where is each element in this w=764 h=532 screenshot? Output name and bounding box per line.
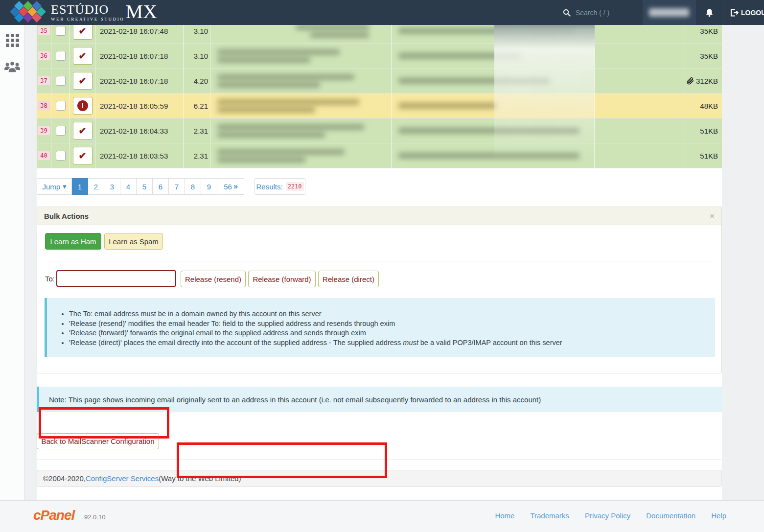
release-resend-button[interactable]: Release (resend) — [181, 271, 246, 287]
footer-link-trademarks[interactable]: Trademarks — [530, 511, 569, 520]
bell-icon — [705, 8, 714, 17]
back-to-mailscanner-button[interactable]: Back to MailScanner Configuration — [37, 433, 159, 449]
row-checkbox[interactable] — [56, 151, 66, 161]
release-forward-button[interactable]: Release (forward) — [248, 271, 316, 287]
subject-cell-redacted — [392, 93, 595, 118]
score-cell: 2.31 — [184, 118, 210, 143]
brand-logo[interactable]: ESTÚDIO WEB CREATIVE STUDIO MX — [11, 1, 157, 23]
check-icon: ✔ — [79, 76, 87, 86]
row-checkbox[interactable] — [56, 126, 66, 136]
status-button[interactable]: ! — [73, 97, 93, 115]
page-button-5[interactable]: 5 — [137, 178, 153, 195]
check-icon: ✔ — [79, 151, 87, 161]
page-note: Note: This page shows incoming email ori… — [37, 387, 722, 412]
page-button-1[interactable]: 1 — [72, 178, 88, 195]
table-row: 37 ✔ 2021-02-18 16:07:18 4.20 312KB — [37, 69, 722, 93]
notifications-button[interactable] — [695, 0, 723, 25]
footer-link-home[interactable]: Home — [495, 511, 514, 520]
page-button-3[interactable]: 3 — [104, 178, 120, 195]
page-button-7[interactable]: 7 — [169, 178, 185, 195]
row-checkbox[interactable] — [56, 51, 66, 61]
recipient-cell — [595, 44, 685, 68]
last-page-label: 56 — [224, 183, 232, 191]
row-checkbox[interactable] — [56, 26, 66, 36]
to-input[interactable] — [56, 270, 176, 287]
user-menu[interactable] — [643, 0, 695, 25]
subject-cell-redacted — [392, 118, 595, 143]
release-info-box: The To: email address must be in a domai… — [45, 298, 715, 357]
table-row-flagged: 38 ! 2021-02-18 16:05:59 6.21 48KB — [37, 93, 722, 118]
jump-dropdown[interactable]: Jump ▾ — [37, 178, 72, 195]
release-direct-button[interactable]: Release (direct) — [318, 271, 379, 287]
score-cell: 4.20 — [184, 69, 210, 93]
copyright-prefix: ©2004-2020, — [43, 474, 86, 483]
sidebar-item-users[interactable] — [0, 55, 24, 78]
size-cell: 48KB — [685, 93, 721, 118]
page-button-4[interactable]: 4 — [120, 178, 137, 195]
caret-down-icon: ▾ — [63, 182, 67, 191]
date-cell: 2021-02-18 16:03:53 — [95, 143, 184, 168]
pagination: Jump ▾ 1 2 3 4 5 6 7 8 9 56 » Results: 2… — [37, 178, 305, 195]
logout-button[interactable]: LOGOUT — [723, 0, 764, 25]
panel-title: Bulk Actions — [44, 212, 89, 220]
info-item: 'Release (forward)' forwards the origina… — [69, 329, 705, 337]
brand-logo-icon — [11, 1, 46, 23]
size-cell: 51KB — [685, 118, 721, 143]
brand-title: ESTÚDIO — [51, 3, 124, 17]
page-button-9[interactable]: 9 — [201, 178, 217, 195]
cpanel-logo: cPanel — [33, 508, 74, 523]
score-cell: 2.31 — [184, 143, 210, 168]
quarantine-table: 35 ✔ 2021-02-18 16:07:48 3.10 35KB 36 ✔ … — [37, 19, 722, 168]
configserver-link[interactable]: ConfigServer Services — [86, 474, 159, 483]
size-cell: 35KB — [685, 44, 721, 68]
page: ESTÚDIO WEB CREATIVE STUDIO MX LOGOUT — [0, 0, 764, 532]
status-button[interactable]: ✔ — [73, 72, 93, 90]
subject-cell-redacted — [392, 143, 595, 168]
date-cell: 2021-02-18 16:05:59 — [95, 93, 184, 118]
footer-link-documentation[interactable]: Documentation — [646, 511, 695, 520]
check-icon: ✔ — [79, 51, 87, 61]
size-cell: 312KB — [685, 69, 721, 93]
page-button-8[interactable]: 8 — [185, 178, 201, 195]
recipient-cell — [595, 69, 685, 93]
bulk-actions-panel: Bulk Actions × Learn as Ham Learn as Spa… — [37, 207, 722, 373]
search-input[interactable] — [576, 9, 634, 17]
main-content: 35 ✔ 2021-02-18 16:07:48 3.10 35KB 36 ✔ … — [37, 25, 722, 500]
panel-divider — [45, 261, 715, 261]
double-chevron-icon: » — [233, 182, 237, 191]
table-row: 40 ✔ 2021-02-18 16:03:53 2.31 51KB — [37, 143, 722, 168]
subject-cell-redacted — [392, 69, 595, 93]
footer-link-help[interactable]: Help — [711, 511, 726, 520]
page-button-last[interactable]: 56 » — [217, 178, 244, 195]
results-box: Results: 2210 — [255, 178, 305, 195]
status-button[interactable]: ✔ — [73, 47, 93, 65]
learn-as-ham-button[interactable]: Learn as Ham — [45, 233, 101, 250]
row-number-badge: 38 — [38, 101, 49, 110]
row-checkbox[interactable] — [56, 76, 66, 86]
size-value: 312KB — [696, 77, 718, 85]
check-icon: ✔ — [79, 26, 87, 36]
cpanel-version: 92.0.10 — [84, 513, 105, 521]
date-cell: 2021-02-18 16:04:33 — [95, 118, 184, 143]
learn-as-spam-button[interactable]: Learn as Spam — [104, 233, 163, 250]
top-navbar: ESTÚDIO WEB CREATIVE STUDIO MX LOGOUT — [0, 0, 764, 25]
logout-label: LOGOUT — [741, 9, 764, 17]
footer-link-privacy[interactable]: Privacy Policy — [585, 511, 630, 520]
close-icon[interactable]: × — [710, 212, 715, 220]
jump-label: Jump — [42, 183, 60, 191]
status-button[interactable]: ✔ — [73, 147, 93, 164]
divider — [37, 459, 722, 460]
recipient-cell — [595, 93, 685, 118]
score-cell: 3.10 — [184, 44, 210, 68]
page-button-2[interactable]: 2 — [88, 178, 104, 195]
page-button-6[interactable]: 6 — [153, 178, 169, 195]
from-cell-redacted — [210, 69, 392, 93]
row-number-badge: 39 — [38, 126, 49, 135]
row-checkbox[interactable] — [56, 101, 66, 111]
from-cell-redacted — [210, 118, 392, 143]
status-button[interactable]: ✔ — [73, 122, 93, 139]
table-row: 36 ✔ 2021-02-18 16:07:18 3.10 35KB — [37, 44, 722, 69]
sidebar-item-apps[interactable] — [0, 29, 24, 51]
table-row: 39 ✔ 2021-02-18 16:04:33 2.31 51KB — [37, 118, 722, 143]
apps-grid-icon — [6, 34, 19, 47]
